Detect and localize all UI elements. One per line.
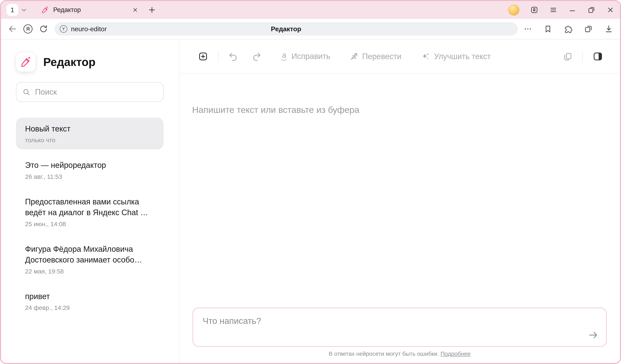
- extensions-puzzle-icon[interactable]: [564, 24, 573, 33]
- undo-icon: [228, 51, 238, 61]
- window-minimize-icon[interactable]: [568, 6, 576, 14]
- document-time: 22 мая, 19:58: [25, 268, 155, 275]
- search-icon: [22, 88, 30, 96]
- document-list: Новый текст только что Это — нейроредакт…: [16, 118, 164, 322]
- document-time: 26 авг., 11:53: [25, 173, 155, 180]
- copy-icon: [563, 51, 573, 61]
- browser-tab[interactable]: Редактор: [41, 6, 138, 14]
- prompt-input[interactable]: [193, 308, 606, 346]
- tabbar-right-cluster: [508, 4, 615, 16]
- panel-toggle-icon: [592, 51, 604, 62]
- toolbar-divider: [218, 51, 219, 62]
- translate-button[interactable]: а Перевести: [349, 52, 401, 61]
- fix-text-button[interactable]: а Исправить: [281, 52, 330, 61]
- page-title: Редактор: [54, 25, 518, 33]
- disclaimer-link[interactable]: Подробнее: [441, 350, 470, 357]
- content-area: Редактор Новый текст только что Это — не…: [1, 39, 620, 363]
- list-item[interactable]: Это — нейроредактор 26 авг., 11:53: [16, 154, 164, 186]
- undo-button[interactable]: [228, 51, 238, 61]
- fix-label: Исправить: [292, 52, 330, 61]
- tab-close-icon[interactable]: [132, 7, 138, 13]
- document-title: Фигура Фёдора Михайловича Достоевского з…: [25, 244, 155, 265]
- yandex-home-icon[interactable]: Я: [23, 24, 33, 33]
- editor-toolbar: а Исправить а Перевести: [179, 39, 620, 74]
- search-input[interactable]: [35, 88, 157, 96]
- side-panel-icon[interactable]: [530, 6, 538, 14]
- reload-icon[interactable]: [39, 24, 48, 34]
- list-item[interactable]: Фигура Фёдора Михайловича Достоевского з…: [16, 238, 164, 281]
- search-box: [16, 82, 164, 102]
- omnibox[interactable]: Y neuro-editor Редактор: [54, 22, 518, 35]
- list-item[interactable]: Предоставленная вами ссылка ведёт на диа…: [16, 190, 164, 233]
- sparkles-icon: [420, 51, 430, 61]
- prompt-area: В ответах нейросети могут быть ошибки. П…: [192, 308, 607, 357]
- url-text: neuro-editor: [71, 25, 107, 33]
- document-title: Это — нейроредактор: [25, 160, 155, 171]
- back-icon[interactable]: [8, 24, 17, 34]
- fix-icon: а: [281, 52, 288, 61]
- window-restore-icon[interactable]: [587, 6, 596, 14]
- list-item[interactable]: Новый текст только что: [16, 118, 164, 149]
- app-logo: [16, 52, 35, 72]
- document-title: Новый текст: [25, 123, 155, 134]
- avatar[interactable]: [508, 4, 519, 16]
- translate-label: Перевести: [362, 52, 401, 61]
- new-tab-icon[interactable]: [148, 6, 156, 14]
- toolbar-divider: [582, 51, 583, 62]
- magic-pen-icon: [20, 56, 31, 68]
- document-time: только что: [25, 137, 155, 144]
- document-time: 25 июн., 14:08: [25, 221, 155, 228]
- prompt-box: [192, 308, 607, 347]
- copy-button[interactable]: [563, 51, 573, 61]
- tab-title: Редактор: [53, 6, 132, 14]
- download-icon[interactable]: [604, 24, 613, 33]
- improve-label: Улучшить текст: [434, 52, 491, 61]
- more-options-icon[interactable]: [523, 24, 532, 33]
- addressbar-right-cluster: [523, 24, 613, 33]
- collections-icon[interactable]: [584, 24, 593, 33]
- chevron-down-icon[interactable]: [20, 6, 28, 14]
- documents-sidebar: Редактор Новый текст только что Это — не…: [1, 39, 179, 363]
- new-document-icon: [197, 51, 209, 62]
- app-logo-row: Редактор: [16, 52, 164, 72]
- app-title: Редактор: [43, 55, 95, 69]
- disclaimer-text: В ответах нейросети могут быть ошибки.: [329, 350, 439, 357]
- editor-pane: а Исправить а Перевести: [179, 39, 620, 363]
- menu-hamburger-icon[interactable]: [549, 6, 557, 14]
- tab-bar: 1 Редактор: [1, 1, 620, 19]
- improve-text-button[interactable]: Улучшить текст: [420, 51, 491, 61]
- bookmark-icon[interactable]: [543, 24, 552, 33]
- new-document-button[interactable]: [197, 51, 209, 62]
- document-time: 24 февр., 14:29: [25, 304, 155, 311]
- list-item[interactable]: привет 24 февр., 14:29: [16, 285, 164, 317]
- browser-window: 1 Редактор: [0, 0, 621, 364]
- send-arrow-icon: [587, 329, 599, 341]
- address-bar: Я Y neuro-editor Редактор: [1, 19, 620, 39]
- editor-favicon-wand-icon: [41, 6, 49, 14]
- document-title: Предоставленная вами ссылка ведёт на диа…: [25, 196, 155, 218]
- send-button[interactable]: [587, 329, 600, 341]
- editor-placeholder: Напишите текст или вставьте из буфера: [192, 105, 607, 115]
- document-title: привет: [25, 291, 155, 302]
- site-favicon: Y: [60, 25, 67, 33]
- redo-icon: [252, 51, 262, 61]
- redo-button[interactable]: [252, 51, 262, 61]
- disclaimer: В ответах нейросети могут быть ошибки. П…: [192, 350, 607, 357]
- window-close-icon[interactable]: [606, 6, 615, 14]
- toggle-panel-button[interactable]: [592, 51, 604, 62]
- tab-counter-button[interactable]: 1: [6, 4, 18, 16]
- translate-icon: а: [349, 52, 359, 61]
